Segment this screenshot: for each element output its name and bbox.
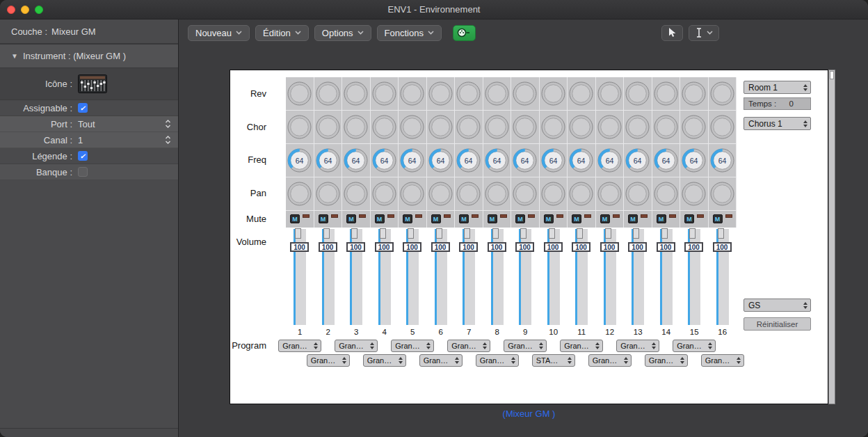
fader-handle[interactable] <box>295 228 301 239</box>
menu-options[interactable]: Options <box>314 25 371 41</box>
program-select-ch10[interactable]: STA… <box>532 354 575 367</box>
fader-handle[interactable] <box>605 228 611 239</box>
fader-handle[interactable] <box>661 228 668 239</box>
mute-button[interactable]: M <box>709 211 737 228</box>
rev-knob[interactable] <box>286 77 314 111</box>
fader-handle[interactable] <box>380 228 386 239</box>
text-tool-button[interactable] <box>689 25 719 41</box>
rev-knob[interactable] <box>314 77 343 111</box>
program-select-ch14[interactable]: Gran… <box>645 354 688 367</box>
pan-knob[interactable] <box>314 177 343 211</box>
volume-fader[interactable]: 100 <box>314 228 343 328</box>
mute-button[interactable]: M <box>314 211 343 228</box>
chorus-knob[interactable] <box>709 111 737 144</box>
freq-knob[interactable]: 64 <box>286 144 314 177</box>
program-select-ch15[interactable]: Gran… <box>673 340 716 352</box>
freq-knob[interactable]: 64 <box>427 144 456 177</box>
fader-handle[interactable] <box>549 228 555 239</box>
rev-knob[interactable] <box>483 77 512 111</box>
port-row[interactable]: Port : Tout <box>0 116 178 132</box>
canal-row[interactable]: Canal : 1 <box>0 132 178 148</box>
volume-fader[interactable]: 100 <box>399 228 427 328</box>
program-select-ch5[interactable]: Gran… <box>391 340 434 352</box>
volume-fader[interactable]: 100 <box>652 228 681 328</box>
program-select-ch2[interactable]: Gran… <box>307 354 350 367</box>
freq-knob[interactable]: 64 <box>483 144 512 177</box>
program-select-ch16[interactable]: Gran… <box>701 354 744 367</box>
menu-fonctions[interactable]: Fonctions <box>377 25 442 41</box>
chorus-knob[interactable] <box>596 111 625 144</box>
assignable-checkbox[interactable]: ✓ <box>78 103 88 113</box>
program-select-ch13[interactable]: Gran… <box>616 340 659 352</box>
program-select-ch12[interactable]: Gran… <box>588 354 632 367</box>
pan-knob[interactable] <box>511 177 540 211</box>
pan-knob[interactable] <box>540 177 568 211</box>
program-select-ch9[interactable]: Gran… <box>504 340 547 352</box>
chorus-knob[interactable] <box>652 111 681 144</box>
fader-handle[interactable] <box>520 228 527 239</box>
volume-fader[interactable]: 100 <box>680 228 709 328</box>
freq-knob[interactable]: 64 <box>342 144 371 177</box>
chorus-type-select[interactable]: Chorus 1 <box>744 117 811 130</box>
mute-button[interactable]: M <box>286 211 314 228</box>
chorus-knob[interactable] <box>624 111 652 144</box>
program-select-ch4[interactable]: Gran… <box>363 354 406 367</box>
pointer-tool-button[interactable] <box>661 25 683 41</box>
rev-knob[interactable] <box>709 77 737 111</box>
pan-knob[interactable] <box>709 177 737 211</box>
pan-knob[interactable] <box>652 177 681 211</box>
rev-knob[interactable] <box>680 77 709 111</box>
stepper-icon[interactable] <box>165 135 171 145</box>
freq-knob[interactable]: 64 <box>371 144 399 177</box>
chorus-knob[interactable] <box>342 111 371 144</box>
mute-button[interactable]: M <box>596 211 625 228</box>
instrument-icon[interactable] <box>78 74 107 93</box>
volume-fader[interactable]: 100 <box>624 228 652 328</box>
midi-cable-button[interactable] <box>453 25 476 41</box>
volume-fader[interactable]: 100 <box>568 228 596 328</box>
pan-knob[interactable] <box>624 177 652 211</box>
program-select-ch6[interactable]: Gran… <box>419 354 463 367</box>
mute-button[interactable]: M <box>540 211 568 228</box>
mute-button[interactable]: M <box>399 211 427 228</box>
program-select-ch7[interactable]: Gran… <box>447 340 490 352</box>
chorus-knob[interactable] <box>371 111 399 144</box>
fader-handle[interactable] <box>689 228 696 239</box>
fader-handle[interactable] <box>464 228 470 239</box>
legende-checkbox[interactable]: ✓ <box>78 151 88 161</box>
pan-knob[interactable] <box>399 177 427 211</box>
mute-button[interactable]: M <box>511 211 540 228</box>
volume-fader[interactable]: 100 <box>709 228 737 328</box>
menu-nouveau[interactable]: Nouveau <box>188 25 250 41</box>
volume-fader[interactable]: 100 <box>540 228 568 328</box>
instrument-header[interactable]: ▼ Instrument : (Mixeur GM ) <box>0 45 178 68</box>
freq-knob[interactable]: 64 <box>455 144 483 177</box>
fader-handle[interactable] <box>577 228 583 239</box>
volume-fader[interactable]: 100 <box>286 228 314 328</box>
rev-knob[interactable] <box>371 77 399 111</box>
fader-handle[interactable] <box>718 228 724 239</box>
fader-handle[interactable] <box>408 228 414 239</box>
rev-knob[interactable] <box>399 77 427 111</box>
fader-handle[interactable] <box>436 228 442 239</box>
rev-knob[interactable] <box>596 77 625 111</box>
pan-knob[interactable] <box>286 177 314 211</box>
chorus-knob[interactable] <box>399 111 427 144</box>
banque-checkbox[interactable] <box>78 167 88 177</box>
reset-button[interactable]: Réinitialiser <box>744 317 811 331</box>
program-select-ch11[interactable]: Gran… <box>560 340 603 352</box>
volume-fader[interactable]: 100 <box>596 228 625 328</box>
freq-knob[interactable]: 64 <box>540 144 568 177</box>
program-select-ch1[interactable]: Gran… <box>278 340 321 352</box>
disclosure-triangle-icon[interactable]: ▼ <box>11 52 18 60</box>
scrollbar[interactable] <box>828 70 835 404</box>
freq-knob[interactable]: 64 <box>624 144 652 177</box>
chorus-knob[interactable] <box>568 111 596 144</box>
rev-knob[interactable] <box>568 77 596 111</box>
rev-knob[interactable] <box>427 77 456 111</box>
freq-knob[interactable]: 64 <box>314 144 343 177</box>
pan-knob[interactable] <box>371 177 399 211</box>
rev-knob[interactable] <box>342 77 371 111</box>
scrollbar-thumb[interactable] <box>830 71 834 79</box>
pan-knob[interactable] <box>342 177 371 211</box>
